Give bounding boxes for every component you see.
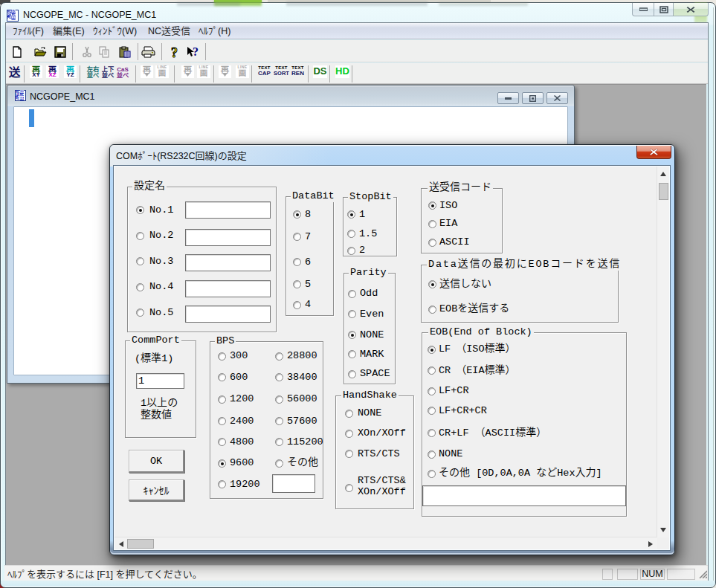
svg-text:?: ? bbox=[193, 46, 199, 58]
svg-text:?: ? bbox=[171, 46, 178, 59]
